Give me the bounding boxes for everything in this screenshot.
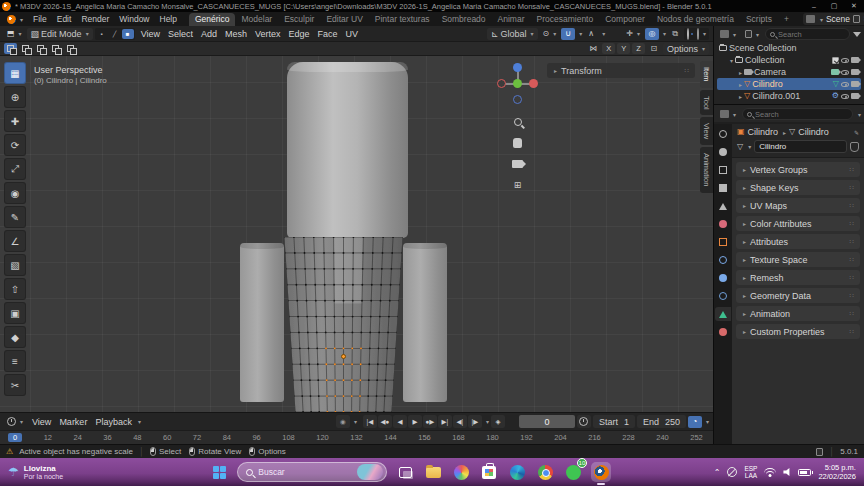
- tool-scale[interactable]: ⤢: [4, 158, 26, 180]
- sidebar-tab-item[interactable]: Item: [700, 61, 713, 88]
- chevron-down-icon[interactable]: ▾: [730, 57, 733, 64]
- chevron-right-icon[interactable]: ▸: [739, 93, 742, 100]
- select-mode-subtract-button[interactable]: [34, 43, 47, 54]
- frame-tick[interactable]: 36: [103, 433, 111, 442]
- tool-extrude[interactable]: ⇧: [4, 278, 26, 300]
- panel-drag-dots[interactable]: ∷: [850, 292, 855, 300]
- mirror-axis-x[interactable]: X: [602, 43, 615, 54]
- frame-tick[interactable]: 72: [193, 433, 201, 442]
- mesh-side-cylinder-left[interactable]: [240, 243, 284, 402]
- proportional-editing-toggle[interactable]: ∧: [584, 28, 598, 40]
- menubar-item-help[interactable]: Help: [155, 14, 182, 24]
- panel-color-attributes[interactable]: ▸Color Attributes∷: [736, 216, 860, 231]
- axis-x-handle[interactable]: [529, 79, 538, 88]
- mirror-axis-y[interactable]: Y: [617, 43, 630, 54]
- auto-keying-button[interactable]: ◈: [491, 415, 505, 428]
- speaker-icon[interactable]: [783, 468, 791, 476]
- tool-annotate[interactable]: ✎: [4, 206, 26, 228]
- hidden-icons-chevron[interactable]: ⌃: [714, 468, 721, 477]
- frame-tick[interactable]: 252: [690, 433, 703, 442]
- frame-tick[interactable]: 192: [520, 433, 533, 442]
- step-back-button[interactable]: ◀|: [453, 415, 467, 428]
- render-visibility-icon[interactable]: [851, 69, 859, 75]
- jump-to-start-button[interactable]: |◀: [363, 415, 377, 428]
- transform-panel-header[interactable]: ▸ Transform ∷: [547, 63, 695, 78]
- workspace-tab[interactable]: Nodos de geometría: [651, 13, 740, 26]
- viewport-menu-add[interactable]: Add: [197, 29, 221, 39]
- taskbar-app-blender[interactable]: [591, 462, 611, 482]
- frame-tick[interactable]: 108: [282, 433, 295, 442]
- wifi-icon[interactable]: [764, 468, 776, 477]
- zoom-button[interactable]: [510, 114, 525, 129]
- do-not-disturb-icon[interactable]: [727, 467, 737, 477]
- properties-tab-scene[interactable]: [715, 199, 731, 213]
- weather-widget[interactable]: ☂ Llovizna Por la noche: [8, 464, 158, 480]
- outliner-filter-id-button[interactable]: ▾: [742, 29, 762, 39]
- mesh-edit-body[interactable]: [282, 237, 405, 412]
- workspace-tab[interactable]: Procesamiento: [531, 13, 600, 26]
- pin-icon[interactable]: ✎: [854, 129, 859, 136]
- panel-geometry-data[interactable]: ▸Geometry Data∷: [736, 288, 860, 303]
- panel-drag-dots[interactable]: ∷: [850, 310, 855, 318]
- rendered-shading-button[interactable]: [697, 29, 699, 39]
- search-highlight-image[interactable]: [357, 464, 383, 480]
- menubar-item-file[interactable]: File: [28, 14, 52, 24]
- filter-icon[interactable]: [853, 32, 861, 37]
- tool-inset[interactable]: ▣: [4, 302, 26, 324]
- navigation-gizmo[interactable]: [496, 62, 540, 106]
- maximize-button[interactable]: ▢: [826, 0, 842, 12]
- editor-type-button[interactable]: ⬒ ▾: [4, 28, 25, 39]
- eye-icon[interactable]: [841, 58, 849, 63]
- show-gizmo-dropdown[interactable]: ✛ ▾: [623, 28, 643, 39]
- tool-select-box[interactable]: ▦: [4, 62, 26, 84]
- use-preview-range-button[interactable]: [577, 415, 591, 428]
- workspace-tab[interactable]: Esculpir: [278, 13, 320, 26]
- workspace-tab[interactable]: Scripts: [740, 13, 778, 26]
- axis-x-negative-handle[interactable]: [497, 79, 506, 88]
- taskbar-app-designer[interactable]: [451, 462, 471, 482]
- outliner-display-mode-button[interactable]: ▾: [717, 29, 739, 39]
- frame-tick[interactable]: 144: [384, 433, 397, 442]
- play-reverse-button[interactable]: ◀: [393, 415, 407, 428]
- frame-end-field[interactable]: End 250: [637, 415, 686, 428]
- panel-drag-dots[interactable]: ∷: [850, 328, 855, 336]
- datablock-name-input[interactable]: [754, 140, 847, 153]
- select-mode-extend-button[interactable]: [19, 43, 32, 54]
- frame-tick[interactable]: 12: [44, 433, 52, 442]
- mesh-top-cap[interactable]: [287, 62, 408, 238]
- timeline-ruler[interactable]: 0 12243648607284961081201321441561681801…: [0, 430, 713, 444]
- next-keyframe-button[interactable]: ●▶: [423, 415, 437, 428]
- viewport-menu-view[interactable]: View: [137, 29, 164, 39]
- properties-display-button[interactable]: ▾: [717, 109, 739, 119]
- panel-animation[interactable]: ▸Animation∷: [736, 306, 860, 321]
- wireframe-shading-button[interactable]: [687, 29, 689, 39]
- properties-tab-object-data[interactable]: [715, 307, 731, 321]
- eye-icon[interactable]: [841, 70, 849, 75]
- panel-drag-dots[interactable]: ∷: [850, 274, 855, 282]
- outliner-row[interactable]: ▸▽Cilindro.001⚙: [717, 90, 861, 102]
- frame-tick[interactable]: 60: [163, 433, 171, 442]
- tool-move[interactable]: ✚: [4, 110, 26, 132]
- previous-keyframe-button[interactable]: ◀●: [378, 415, 392, 428]
- transform-orientation-dropdown[interactable]: ⊾ Global ▾: [487, 28, 538, 40]
- workspace-tab[interactable]: Componer: [599, 13, 651, 26]
- properties-tab-tool[interactable]: [715, 127, 731, 141]
- breadcrumb-data[interactable]: Cilindro: [798, 127, 829, 137]
- properties-tab-physics[interactable]: [715, 289, 731, 303]
- panel-drag-dots[interactable]: ∷: [850, 184, 855, 192]
- workspace-tab[interactable]: Animar: [492, 13, 531, 26]
- menubar-item-edit[interactable]: Edit: [52, 14, 77, 24]
- viewport-menu-mesh[interactable]: Mesh: [221, 29, 251, 39]
- outliner-search[interactable]: [765, 28, 850, 40]
- start-button[interactable]: [209, 462, 229, 482]
- chevron-right-icon[interactable]: ▸: [739, 69, 742, 76]
- frame-tick[interactable]: 132: [350, 433, 363, 442]
- sync-button[interactable]: ◔: [688, 416, 702, 428]
- panel-drag-dots[interactable]: ∷: [850, 256, 855, 264]
- panel-drag-dots[interactable]: ∷: [850, 166, 855, 174]
- solid-shading-button[interactable]: [691, 33, 693, 35]
- tool-transform[interactable]: ◉: [4, 182, 26, 204]
- workspace-tab[interactable]: +: [778, 13, 795, 26]
- tool-measure[interactable]: ∠: [4, 230, 26, 252]
- timeline-menu-marker[interactable]: Marker: [55, 417, 91, 427]
